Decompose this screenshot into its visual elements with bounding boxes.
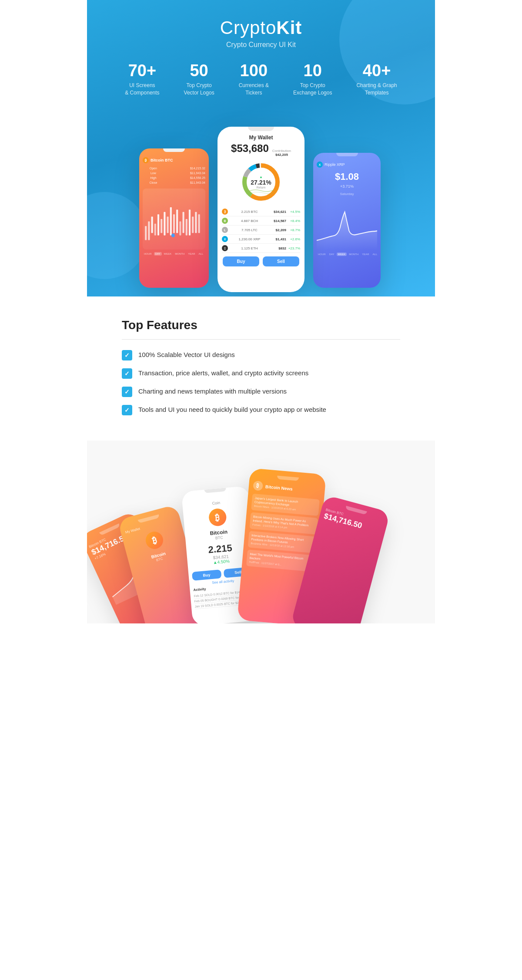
tp4-btc-icon: ₿: [253, 481, 263, 491]
ripple-tab-all: ALL: [371, 253, 379, 256]
ripple-header: X Ripple XRP: [317, 162, 377, 168]
bitcoin-chart-svg: [143, 189, 205, 249]
phone-notch-left: [163, 148, 185, 152]
ripple-tab-year: YEAR: [361, 253, 370, 256]
btc-coin-icon: ₿: [222, 209, 228, 215]
ripple-time-tabs: HOUR DAY WEEK MONTH YEAR ALL: [317, 253, 377, 256]
ohlc-label: Open: [143, 166, 164, 171]
svg-rect-15: [192, 217, 194, 233]
table-row: Close $11,943.04: [143, 180, 205, 185]
ripple-phone-inner: X Ripple XRP $1.08 +3.71% Saturday: [313, 158, 381, 259]
ripple-tab-day: DAY: [328, 253, 336, 256]
feature-text-4: Tools and UI you need to quickly build y…: [138, 405, 326, 415]
news-item-4: Meet The World's Most Powerful Bitcoin B…: [246, 550, 315, 572]
bch-change: +8.4%: [288, 219, 300, 223]
ohlc-value: $14,215.32: [164, 166, 205, 171]
svg-rect-17: [198, 215, 200, 233]
ripple-day: Saturday: [317, 192, 377, 196]
svg-rect-7: [167, 217, 169, 233]
coin-row-xrp: X 1,230.00 XRP $1,431 +2.6%: [222, 235, 300, 244]
xrp-change: +2.6%: [288, 237, 300, 241]
coin-row-bch: B 4.887 BCH $14,587 +8.4%: [222, 216, 300, 226]
svg-rect-5: [161, 219, 162, 233]
contribution-value: $42,205: [272, 153, 291, 157]
svg-rect-3: [154, 224, 156, 236]
check-icon-1: ✓: [122, 350, 132, 360]
ohlc-value: $11,943.04: [164, 180, 205, 185]
features-divider: [122, 339, 400, 340]
svg-point-18: [171, 234, 175, 238]
bitcoin-phone: ₿ Bitcoin BTC Open $14,215.32 Low $11,94…: [139, 148, 209, 288]
feature-item-1: ✓ 100% Scalable Vector UI designs: [122, 350, 400, 360]
bitcoin-chart: [143, 189, 205, 249]
tab-day: DAY: [154, 252, 162, 256]
stat-number-1: 50: [184, 62, 214, 80]
tilt-phone-5-inner: Bitcoin BTC $14,716.50: [317, 495, 390, 542]
ripple-price: $1.08: [317, 171, 377, 182]
phones-area: ₿ Bitcoin BTC Open $14,215.32 Low $11,94…: [96, 114, 426, 296]
features-section: Top Features ✓ 100% Scalable Vector UI d…: [87, 296, 435, 441]
svg-rect-9: [173, 215, 175, 233]
title-bold: Kit: [276, 17, 302, 38]
ripple-tab-month: MONTH: [348, 253, 360, 256]
tab-year: YEAR: [187, 252, 196, 256]
ripple-tab-hour: HOUR: [317, 253, 327, 256]
bitcoin-label: Bitcoin BTC: [151, 158, 173, 162]
svg-rect-8: [170, 207, 172, 236]
check-icon-2: ✓: [122, 368, 132, 379]
tp4-news-title: Bitcoin News: [265, 484, 293, 491]
table-row: Low $11,943.04: [143, 171, 205, 175]
tab-all: ALL: [197, 252, 205, 256]
bch-amount: 4.887 BCH: [230, 219, 269, 223]
xrp-icon: X: [317, 162, 323, 168]
tp3-btc-icon: ₿: [208, 508, 227, 527]
eth-amount: 1.125 ETH: [230, 246, 269, 250]
ltc-change: +8.7%: [288, 228, 300, 232]
wallet-amount: $53,680: [231, 142, 269, 155]
tilt-btc-icon-2: ₿: [144, 530, 165, 551]
wallet-amount-row: $53,680 Contribution $42,205: [218, 142, 304, 157]
svg-rect-11: [179, 222, 181, 236]
tp3-buy-button[interactable]: Buy: [192, 570, 221, 581]
stat-exchange: 10 Top CryptoExchange Logos: [281, 62, 344, 96]
tp4-header: ₿ Bitcoin News: [253, 481, 321, 496]
coin-row-ltc: Ł 7.705 LTC $2,209 +8.7%: [222, 226, 300, 235]
bch-coin-icon: B: [222, 218, 228, 224]
bitcoin-phone-inner: ₿ Bitcoin BTC Open $14,215.32 Low $11,94…: [139, 154, 209, 259]
hero-section: CryptoKit Crypto Currency UI Kit 70+ UI …: [87, 0, 435, 296]
ohlc-value: $11,943.04: [164, 171, 205, 175]
svg-rect-13: [186, 219, 187, 236]
tp3-coin-label: Coin: [182, 493, 250, 508]
return-label: Return: [251, 186, 271, 189]
svg-rect-2: [151, 217, 153, 233]
return-arrow: ▲: [251, 175, 271, 179]
title-light: Crypto: [220, 17, 277, 38]
stat-charting: 40+ Charting & GraphTemplates: [344, 62, 409, 96]
wallet-buttons: Buy Sell: [218, 253, 304, 266]
ripple-chart-svg: [317, 198, 377, 250]
sell-button[interactable]: Sell: [263, 256, 299, 266]
app-title: CryptoKit: [96, 17, 426, 38]
ltc-value: $2,209: [271, 228, 286, 232]
buy-button[interactable]: Buy: [223, 256, 259, 266]
app-subtitle: Crypto Currency UI Kit: [96, 41, 426, 49]
svg-rect-6: [164, 212, 165, 236]
btc-amount: 2.215 BTC: [230, 210, 269, 214]
svg-rect-4: [157, 215, 159, 236]
coin-row-btc: ₿ 2.215 BTC $34,621 +4.5%: [222, 207, 300, 216]
xrp-amount: 1,230.00 XRP: [230, 237, 269, 241]
check-icon-4: ✓: [122, 405, 132, 415]
phone-notch-right: [336, 153, 358, 156]
bottom-phones-area: Bitcoin BTC $14,716.50 +7.16% My Wallet …: [87, 458, 435, 623]
features-title: Top Features: [122, 318, 400, 332]
tilt-phone-3-notch: [204, 488, 226, 493]
svg-rect-16: [195, 212, 197, 233]
bitcoin-time-tabs: HOUR DAY WEEK MONTH YEAR ALL: [143, 252, 205, 256]
eth-value: $832: [271, 246, 286, 250]
check-icon-3: ✓: [122, 387, 132, 397]
ohlc-label: Close: [143, 180, 164, 185]
ripple-phone: X Ripple XRP $1.08 +3.71% Saturday: [313, 153, 381, 288]
ripple-label: Ripple XRP: [325, 162, 345, 167]
xrp-coin-icon: X: [222, 236, 228, 242]
btc-value: $34,621: [271, 210, 286, 214]
